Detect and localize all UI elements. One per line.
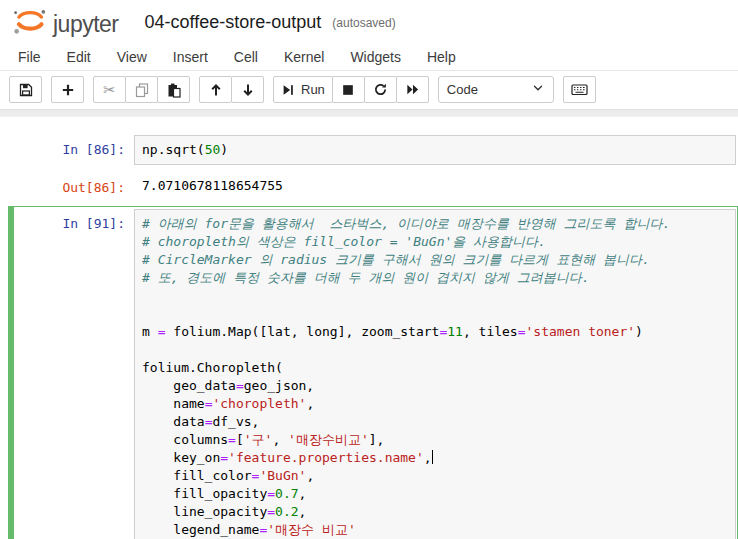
code-token-plain: [ (236, 432, 244, 447)
copy-icon (134, 82, 150, 98)
code-line: # 아래의 for문을 활용해서 스타벅스, 이디야로 매장수를 반영해 그리도… (142, 215, 728, 233)
copy-cell-button[interactable] (125, 76, 158, 103)
restart-kernel-button[interactable] (364, 76, 397, 103)
code-token-plain: , (272, 432, 288, 447)
code-token-operator: = (267, 486, 275, 501)
code-token-plain: legend_name (142, 522, 259, 537)
code-line: fill_color='BuGn', (142, 467, 728, 485)
code-token-number: 50 (205, 142, 221, 157)
cut-cell-button[interactable]: ✂ (93, 76, 126, 103)
code-token-plain: fill_color (142, 468, 252, 483)
code-token-plain: columns (142, 432, 228, 447)
menu-item-widgets[interactable]: Widgets (337, 45, 414, 69)
run-button[interactable]: Run (273, 76, 333, 103)
toolbar: ✂Run Code (0, 71, 738, 110)
code-cell-selected: In [91]:# 아래의 for문을 활용해서 스타벅스, 이디야로 매장수를… (8, 206, 738, 539)
move-up-icon (208, 82, 224, 98)
input-prompt: In [91]: (9, 209, 134, 233)
code-token-plain: , (299, 486, 307, 501)
cut-icon: ✂ (103, 82, 116, 98)
menu-item-insert[interactable]: Insert (160, 45, 221, 69)
code-token-plain: line_opacity (142, 504, 267, 519)
code-token-comment: # choropleth의 색상은 fill_color = 'BuGn'을 사… (142, 234, 546, 249)
menu-item-cell[interactable]: Cell (221, 45, 271, 69)
code-token-plain: , (306, 468, 314, 483)
code-line: fill_opacity=0.7, (142, 485, 728, 503)
fast-forward-icon (405, 82, 420, 97)
code-line: key_on='feature.properties.name', (142, 449, 728, 467)
toolbar-button-group (199, 76, 264, 103)
move-cell-down-button[interactable] (231, 76, 264, 103)
menu-item-view[interactable]: View (104, 45, 160, 69)
toolbar-shadow (0, 110, 738, 117)
output-prompt: Out[86]: (9, 173, 134, 197)
code-token-string: '매장수비교' (288, 432, 369, 447)
command-palette-button[interactable] (563, 76, 596, 103)
code-token-plain: geo_json, (244, 378, 314, 393)
move-down-icon (240, 82, 256, 98)
code-token-plain: ], (369, 432, 385, 447)
code-input-area[interactable]: np.sqrt(50) (134, 135, 736, 165)
code-line: # choropleth의 색상은 fill_color = 'BuGn'을 사… (142, 233, 728, 251)
code-token-plain: , tiles (463, 324, 518, 339)
toolbar-button-group (9, 76, 42, 103)
code-token-string: '구' (244, 432, 273, 447)
code-token-string: 'feature.properties.name' (228, 450, 424, 465)
code-cell: In [86]:np.sqrt(50)Out[86]:7.07106781186… (8, 132, 738, 200)
code-token-plain: , (424, 450, 432, 465)
code-line: # CircleMarker 의 radius 크기를 구해서 원의 크기를 다… (142, 251, 728, 269)
jupyter-logo-icon (10, 6, 50, 38)
code-token-operator: = (518, 324, 526, 339)
code-line: folium.Choropleth( (142, 359, 728, 377)
paste-cell-button[interactable] (157, 76, 190, 103)
menu-item-kernel[interactable]: Kernel (271, 45, 337, 69)
text-cursor (432, 450, 433, 464)
add-cell-button[interactable] (51, 76, 84, 103)
code-line: np.sqrt(50) (142, 141, 728, 159)
code-line (142, 287, 728, 305)
input-prompt: In [86]: (9, 135, 134, 159)
notebook-title[interactable]: 04-coffee-store-output (145, 12, 322, 33)
code-token-plain: folium.Map([lat, long], zoom_start (165, 324, 439, 339)
code-token-number: 0.7 (275, 486, 298, 501)
menubar: FileEditViewInsertCellKernelWidgetsHelp (0, 44, 738, 71)
code-token-string: 'choropleth' (212, 396, 306, 411)
stop-icon (341, 83, 355, 97)
code-token-operator: = (228, 432, 236, 447)
code-line: data=df_vs, (142, 413, 728, 431)
code-token-plain: geo_data (142, 378, 236, 393)
paste-icon (166, 82, 182, 98)
code-token-plain: np.sqrt( (142, 142, 205, 157)
code-line: m = folium.Map([lat, long], zoom_start=1… (142, 323, 728, 341)
code-line (142, 341, 728, 359)
restart-icon (373, 82, 388, 97)
notebook: In [86]:np.sqrt(50)Out[86]:7.07106781186… (0, 117, 738, 539)
code-token-plain: ) (635, 324, 643, 339)
restart-run-all-button[interactable] (396, 76, 429, 103)
code-line: # 또, 경도에 특정 숫자를 더해 두 개의 원이 겹치지 않게 그려봅니다. (142, 269, 728, 287)
code-line: legend_name='매장수 비교' (142, 521, 728, 539)
code-token-plain: m (142, 324, 158, 339)
code-token-string: 'stamen toner' (526, 324, 636, 339)
jupyter-logo[interactable]: jupyter (10, 6, 119, 38)
toolbar-button-group: Run (273, 76, 429, 103)
run-icon (281, 83, 295, 97)
code-token-plain: data (142, 414, 205, 429)
code-token-plain: name (142, 396, 205, 411)
code-input-area[interactable]: # 아래의 for문을 활용해서 스타벅스, 이디야로 매장수를 반영해 그리도… (134, 209, 736, 539)
menu-item-file[interactable]: File (5, 45, 54, 69)
code-token-string: 'BuGn' (259, 468, 306, 483)
move-cell-up-button[interactable] (199, 76, 232, 103)
interrupt-kernel-button[interactable] (332, 76, 365, 103)
menu-item-edit[interactable]: Edit (54, 45, 104, 69)
menu-item-help[interactable]: Help (414, 45, 469, 69)
code-line: line_opacity=0.2, (142, 503, 728, 521)
code-line (142, 305, 728, 323)
toolbar-button-group: ✂ (93, 76, 190, 103)
code-token-plain: key_on (142, 450, 220, 465)
toolbar-button-group (51, 76, 84, 103)
cell-type-value: Code (447, 82, 478, 97)
cell-type-select[interactable]: Code (438, 76, 554, 103)
code-token-plain: ) (220, 142, 228, 157)
save-button[interactable] (9, 76, 42, 103)
